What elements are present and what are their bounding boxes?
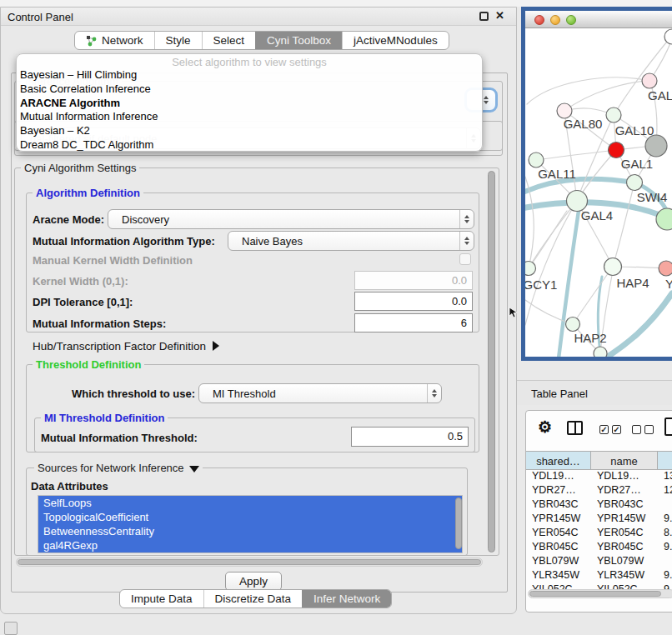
network-node[interactable]: [609, 142, 624, 158]
network-edge[interactable]: [564, 81, 649, 111]
node-label: GAL10: [615, 123, 654, 138]
network-node[interactable]: [594, 347, 607, 357]
settings-vertical-scrollbar[interactable]: [488, 171, 495, 552]
select-all-checkbox-icon-2[interactable]: ✓: [612, 425, 621, 434]
show-columns-icon[interactable]: [567, 421, 583, 435]
table-horizontal-scrollbar[interactable]: [528, 589, 672, 598]
table-row[interactable]: YBR045CYBR045C9.: [526, 541, 672, 555]
data-attribute-item[interactable]: BetweennessCentrality: [38, 524, 462, 538]
table-row[interactable]: YLR345WYLR345W9.: [526, 569, 672, 583]
hub-definition-label: Hub/Transcription Factor Definition: [33, 340, 206, 352]
network-node[interactable]: [659, 261, 672, 276]
sources-group-title[interactable]: Sources for Network Inference: [34, 462, 203, 474]
network-node[interactable]: [529, 152, 544, 168]
bottom-tabbar: Impute DataDiscretize DataInfer Network: [119, 589, 392, 608]
mi-threshold-group-title: MI Threshold Definition: [41, 412, 168, 424]
network-node[interactable]: [604, 258, 622, 276]
network-edge[interactable]: [527, 78, 649, 104]
kernel-width-field[interactable]: 0.0: [354, 271, 473, 290]
float-window-icon[interactable]: [479, 12, 489, 21]
network-node[interactable]: [645, 135, 667, 157]
network-node[interactable]: [627, 175, 643, 191]
control-panel-tabbar: NetworkStyleSelectCyni ToolboxjActiveMNo…: [74, 31, 449, 50]
network-window-titlebar[interactable]: [525, 11, 672, 28]
table-hscroll-thumb[interactable]: [529, 591, 661, 597]
network-node[interactable]: [606, 108, 621, 122]
tab-network[interactable]: Network: [75, 32, 154, 49]
network-edge[interactable]: [614, 38, 670, 115]
data-attributes-list[interactable]: SelfLoopsTopologicalCoefficientBetweenne…: [38, 495, 463, 553]
export-table-icon[interactable]: [664, 418, 672, 436]
network-graph[interactable]: GALGAL80GAL10GAL1GAL11SWI4GAL4GCY1HAP4YH…: [525, 28, 672, 357]
deselect-all-checkbox-icon[interactable]: [632, 425, 641, 434]
zoom-traffic-light[interactable]: [566, 15, 576, 25]
control-panel-window: Control Panel ✕ NetworkStyleSelectCyni T…: [0, 7, 517, 614]
table-row[interactable]: YDL19…YDL19…13: [526, 470, 672, 484]
algorithm-option[interactable]: Mutual Information Inference: [17, 110, 482, 124]
table-panel-titlebar: Table Panel: [517, 380, 672, 405]
table-cell: YER054C: [591, 527, 658, 541]
apply-button[interactable]: Apply: [225, 572, 282, 591]
table-cell: 9.: [658, 541, 672, 555]
column-header[interactable]: shared…: [526, 451, 591, 470]
network-edge[interactable]: [613, 182, 634, 267]
dpi-tolerance-field[interactable]: 0.0: [354, 292, 473, 311]
aracne-mode-combo[interactable]: Discovery: [108, 209, 474, 229]
network-node[interactable]: [664, 29, 672, 44]
attribute-list-scrollbar[interactable]: [455, 498, 462, 549]
tab-label: Style: [166, 34, 191, 47]
tab-select[interactable]: Select: [202, 32, 256, 49]
column-header[interactable]: [658, 451, 672, 470]
data-attribute-item[interactable]: SelfLoops: [38, 496, 462, 510]
network-edge[interactable]: [573, 267, 613, 324]
tab-impute-data[interactable]: Impute Data: [120, 590, 203, 608]
tab-discretize-data[interactable]: Discretize Data: [203, 590, 303, 608]
select-all-checkbox-icon[interactable]: ✓: [599, 425, 609, 434]
mi-steps-field[interactable]: 6: [354, 313, 473, 332]
tab-infer-network[interactable]: Infer Network: [302, 590, 391, 608]
mi-type-value: Naive Bayes: [228, 235, 459, 248]
data-attribute-item[interactable]: gal4RGexp: [38, 538, 462, 552]
which-threshold-combo[interactable]: MI Threshold: [198, 383, 442, 403]
collapsed-panel-icon[interactable]: [4, 622, 18, 635]
manual-kernel-checkbox[interactable]: [459, 253, 471, 265]
network-node[interactable]: [566, 318, 580, 332]
mi-threshold-field[interactable]: 0.5: [351, 427, 469, 447]
algorithm-option[interactable]: Basic Correlation Inference: [17, 82, 482, 97]
table-cell: YIL052C: [591, 583, 658, 589]
table-cell: YLR345W: [526, 569, 591, 583]
table-row[interactable]: YDR27…YDR27…12: [526, 484, 672, 498]
table-row[interactable]: YIL052CYIL052C9: [526, 583, 672, 589]
hscroll-thumb[interactable]: [18, 559, 481, 565]
network-node[interactable]: [525, 262, 536, 276]
mi-type-combo[interactable]: Naive Bayes: [228, 231, 474, 251]
deselect-all-checkbox-icon-2[interactable]: [644, 425, 654, 434]
algorithm-option[interactable]: Bayesian – Hill Climbing: [17, 68, 482, 82]
network-node[interactable]: [642, 73, 657, 88]
table-row[interactable]: YER054CYER054C8.: [526, 527, 672, 541]
data-attribute-item[interactable]: TopologicalCoefficient: [38, 510, 462, 524]
algorithm-option[interactable]: Dream8 DC_TDC Algorithm: [17, 138, 482, 152]
table-row[interactable]: YBR043CYBR043C: [526, 498, 672, 512]
close-traffic-light[interactable]: [534, 15, 544, 25]
table-row[interactable]: YBL079WYBL079W: [526, 555, 672, 569]
tab-label: Cyni Toolbox: [267, 34, 331, 47]
tab-cyni-toolbox[interactable]: Cyni Toolbox: [255, 32, 342, 49]
algorithm-option[interactable]: Bayesian – K2: [17, 124, 482, 138]
settings-horizontal-scrollbar[interactable]: [16, 558, 483, 567]
table-cell: YDL19…: [526, 470, 591, 484]
table-row[interactable]: YPR145WYPR145W9.: [526, 512, 672, 527]
tab-jactivemnodules[interactable]: jActiveMNodules: [342, 32, 449, 49]
table-cell: YIL052C: [526, 583, 591, 589]
settings-gear-icon[interactable]: ⚙: [538, 418, 552, 437]
tab-style[interactable]: Style: [154, 32, 202, 49]
minimize-traffic-light[interactable]: [550, 15, 560, 25]
network-edge[interactable]: [536, 150, 616, 160]
network-edge[interactable]: [604, 293, 672, 357]
column-header[interactable]: name: [591, 451, 658, 470]
close-icon[interactable]: ✕: [495, 9, 504, 22]
algorithm-option[interactable]: ARACNE Algorithm: [17, 97, 482, 111]
sources-title-text: Sources for Network Inference: [38, 462, 184, 474]
network-canvas[interactable]: GALGAL80GAL10GAL1GAL11SWI4GAL4GCY1HAP4YH…: [525, 28, 672, 357]
hub-definition-expander[interactable]: Hub/Transcription Factor Definition: [33, 340, 219, 352]
